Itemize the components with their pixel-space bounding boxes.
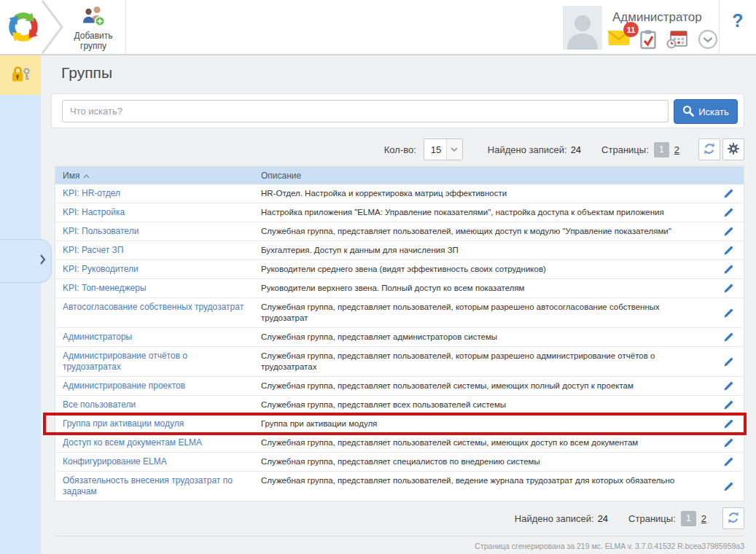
group-name-link[interactable]: KPI: HR-отдел <box>63 188 120 198</box>
page-size-select[interactable]: 15 <box>424 138 463 160</box>
found-value-bottom: 24 <box>598 513 608 524</box>
table-row: Доступ ко всем документам ELMA Служебная… <box>55 433 744 452</box>
sidebar-item-security[interactable] <box>0 55 41 95</box>
avatar[interactable] <box>563 6 602 52</box>
table-row: KPI: HR-отдел HR-Отдел. Настройка и корр… <box>55 184 744 203</box>
group-name-link[interactable]: Администрирование отчётов о трудозатрата… <box>63 351 187 372</box>
column-name-label: Имя <box>63 171 79 181</box>
page-current-bottom[interactable]: 1 <box>681 511 696 526</box>
pages-label: Страницы: <box>601 144 649 155</box>
calendar-icon[interactable] <box>666 29 688 52</box>
list-toolbar: Кол-во: 15 Найдено записей: 24 Страницы:… <box>55 138 744 160</box>
sidebar-expander[interactable] <box>0 239 52 283</box>
generation-info: Страница сгенерирована за 219 мс. ELMA v… <box>55 542 744 550</box>
edit-pencil-icon[interactable] <box>723 418 734 429</box>
search-button[interactable]: Искать <box>674 99 738 124</box>
lock-key-icon <box>10 65 31 85</box>
add-group-button[interactable]: Добавить группу <box>61 2 125 53</box>
edit-pencil-icon[interactable] <box>723 481 734 492</box>
page-current[interactable]: 1 <box>654 142 669 157</box>
group-name-link[interactable]: KPI: Настройка <box>63 207 125 217</box>
mail-icon[interactable]: 11 <box>608 29 630 49</box>
header-icons: 11 <box>608 29 718 52</box>
group-name-link[interactable]: KPI: Топ-менеджеры <box>63 283 147 293</box>
account-menu-chevron-icon[interactable] <box>698 29 718 52</box>
chevron-down-icon <box>446 139 462 160</box>
group-name-link[interactable]: KPI: Расчет ЗП <box>63 245 123 255</box>
page-size-value: 15 <box>424 139 446 160</box>
edit-pencil-icon[interactable] <box>723 245 734 256</box>
table-row: Обязательность внесения трудозатрат по з… <box>55 471 744 501</box>
edit-pencil-icon[interactable] <box>723 456 734 467</box>
refresh-icon <box>727 511 740 526</box>
add-group-label-line2: группу <box>74 41 112 51</box>
group-name-link[interactable]: Администрирование проектов <box>63 381 185 391</box>
table-row: KPI: Пользователи Служебная группа, пред… <box>55 222 744 241</box>
edit-pencil-icon[interactable] <box>723 356 734 367</box>
group-description: Руководители среднего звена (видят эффек… <box>254 260 713 278</box>
table-row: Администрирование проектов Служебная гру… <box>55 376 744 395</box>
group-name-link[interactable]: Доступ ко всем документам ELMA <box>63 437 202 448</box>
refresh-button-bottom[interactable] <box>722 507 744 529</box>
group-name-link[interactable]: KPI: Пользователи <box>63 226 139 236</box>
group-description: Служебная группа, представляет администр… <box>254 328 713 346</box>
table-row: KPI: Настройка Настройка приложения "ELM… <box>55 203 744 222</box>
edit-pencil-icon[interactable] <box>723 437 734 448</box>
search-input[interactable] <box>62 100 669 122</box>
help-button[interactable]: ? <box>728 10 747 31</box>
column-description-label: Описание <box>261 171 301 181</box>
table-row: Конфигурирование ELMA Служебная группа, … <box>55 452 744 471</box>
table-row: KPI: Руководители Руководители среднего … <box>55 260 744 278</box>
group-name-link[interactable]: Обязательность внесения трудозатрат по з… <box>63 475 233 496</box>
column-header-name[interactable]: Имя <box>55 171 254 181</box>
refresh-button[interactable] <box>698 138 720 160</box>
edit-pencil-icon[interactable] <box>723 399 734 410</box>
pages-label-bottom: Страницы: <box>628 513 676 524</box>
unread-count-badge: 11 <box>623 22 639 37</box>
settings-button[interactable] <box>722 138 744 160</box>
edit-pencil-icon[interactable] <box>723 381 734 391</box>
sort-ascending-icon <box>83 171 90 181</box>
page-link-2-bottom[interactable]: 2 <box>701 513 706 524</box>
table-row: Группа при активации модуля Группа при а… <box>55 414 744 433</box>
group-description: Служебная группа, представляет пользоват… <box>254 472 713 501</box>
edit-pencil-icon[interactable] <box>723 264 734 275</box>
top-header: Добавить группу Администратор 11 <box>0 0 756 55</box>
edit-pencil-icon[interactable] <box>723 207 734 218</box>
group-name-link[interactable]: Администраторы <box>63 332 132 342</box>
add-group-icon <box>81 4 106 29</box>
search-panel: Искать <box>51 93 744 128</box>
search-button-label: Искать <box>698 106 729 117</box>
edit-pencil-icon[interactable] <box>723 332 734 343</box>
found-label: Найдено записей: <box>488 144 567 155</box>
edit-pencil-icon[interactable] <box>723 308 734 319</box>
table-row: Все пользователи Служебная группа, предс… <box>55 395 744 414</box>
groups-table: Имя Описание KPI: HR-отдел HR-Отдел. Нас… <box>55 166 744 502</box>
group-name-link[interactable]: KPI: Руководители <box>63 264 139 274</box>
group-name-link[interactable]: Автосогласование собственных трудозатрат <box>63 302 243 312</box>
found-value: 24 <box>571 144 581 155</box>
edit-pencil-icon[interactable] <box>723 283 734 294</box>
table-row: KPI: Расчет ЗП Бухгалтерия. Доступ к дан… <box>55 241 744 260</box>
elma-logo-icon[interactable] <box>5 9 42 45</box>
group-name-link[interactable]: Все пользователи <box>63 399 136 410</box>
column-header-description[interactable]: Описание <box>254 171 744 181</box>
group-description: Служебная группа, представляет специалис… <box>254 453 713 471</box>
group-description: Группа при активации модуля <box>254 415 713 433</box>
group-description: Настройка приложения "ELMA: Управление п… <box>254 203 713 222</box>
group-name-link[interactable]: Конфигурирование ELMA <box>63 456 167 467</box>
edit-pencil-icon[interactable] <box>723 188 734 199</box>
group-description: Служебная группа, представляет пользоват… <box>254 434 713 452</box>
header-divider <box>719 0 720 54</box>
main-content: Группы Искать Кол-во: 15 Найдено записей… <box>41 55 756 554</box>
groups-table-body: KPI: HR-отдел HR-Отдел. Настройка и корр… <box>55 184 744 501</box>
table-row: Автосогласование собственных трудозатрат… <box>55 297 744 327</box>
tasks-icon[interactable] <box>639 29 657 52</box>
table-row: Администрирование отчётов о трудозатрата… <box>55 346 744 376</box>
group-description: Служебная группа, представляет пользоват… <box>254 222 713 241</box>
group-description: Бухгалтерия. Доступ к данным для начисле… <box>254 241 713 260</box>
page-link-2[interactable]: 2 <box>674 144 679 155</box>
group-name-link[interactable]: Группа при активации модуля <box>63 418 184 429</box>
header-divider <box>125 0 126 54</box>
edit-pencil-icon[interactable] <box>723 226 734 237</box>
